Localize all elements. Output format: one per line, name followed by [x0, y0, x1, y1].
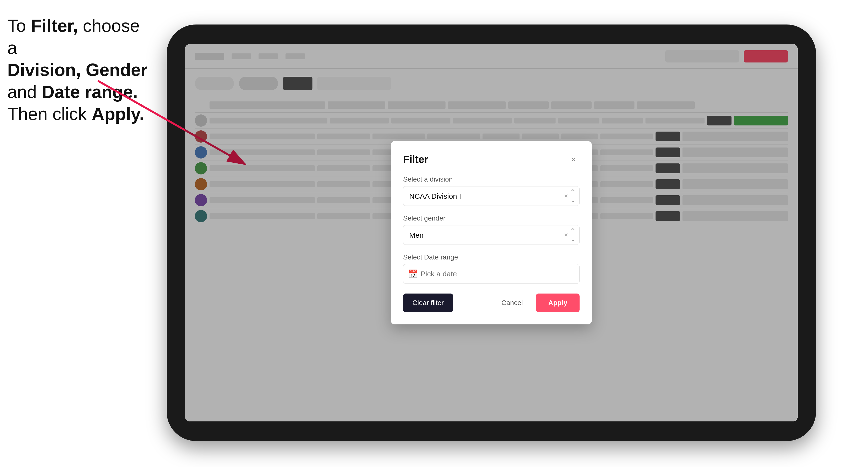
date-input[interactable] [403, 264, 580, 284]
date-form-group: Select Date range 📅 [403, 253, 580, 284]
filter-modal: Filter × Select a division NCAA Division… [391, 141, 592, 324]
gender-select-wrapper: Men Women × ⌃⌄ [403, 225, 580, 245]
cancel-button[interactable]: Cancel [494, 293, 530, 312]
gender-label: Select gender [403, 214, 580, 222]
modal-close-button[interactable]: × [567, 153, 580, 166]
division-select-wrapper: NCAA Division I NCAA Division II NCAA Di… [403, 186, 580, 206]
instruction-text: To Filter, choose a Division, Gender and… [7, 15, 150, 125]
apply-button[interactable]: Apply [536, 293, 580, 312]
modal-title: Filter [403, 154, 428, 165]
modal-footer: Clear filter Cancel Apply [403, 293, 580, 312]
instruction-line3: and Date range. [7, 82, 138, 102]
division-select[interactable]: NCAA Division I NCAA Division II NCAA Di… [403, 186, 580, 206]
calendar-icon: 📅 [408, 269, 418, 279]
instruction-line4: Then click Apply. [7, 104, 144, 124]
tablet-screen: Filter × Select a division NCAA Division… [185, 44, 798, 422]
modal-header: Filter × [403, 153, 580, 166]
gender-select[interactable]: Men Women [403, 225, 580, 245]
division-form-group: Select a division NCAA Division I NCAA D… [403, 176, 580, 206]
modal-overlay: Filter × Select a division NCAA Division… [185, 44, 798, 422]
date-label: Select Date range [403, 253, 580, 261]
gender-clear-icon[interactable]: × [564, 231, 568, 239]
clear-filter-button[interactable]: Clear filter [403, 293, 453, 312]
date-input-wrapper: 📅 [403, 264, 580, 284]
division-label: Select a division [403, 176, 580, 183]
modal-footer-right: Cancel Apply [494, 293, 580, 312]
division-clear-icon[interactable]: × [564, 192, 568, 200]
instruction-line1: To Filter, choose a [7, 16, 140, 58]
instruction-bold2: Division, Gender [7, 60, 148, 80]
gender-form-group: Select gender Men Women × ⌃⌄ [403, 214, 580, 245]
tablet-device: Filter × Select a division NCAA Division… [167, 25, 816, 441]
